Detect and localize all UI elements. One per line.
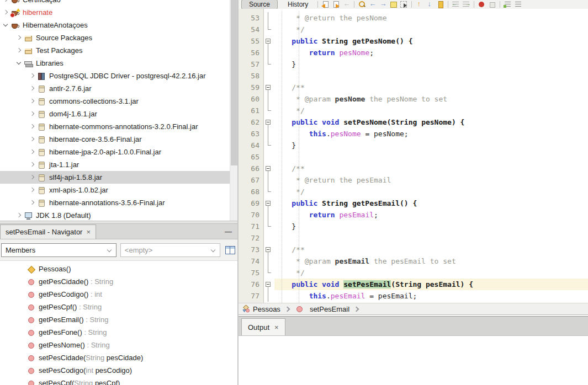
member-item[interactable]: Pessoas() [0, 263, 237, 275]
tree-item[interactable]: PostgreSQL JDBC Driver - postgresql-42.2… [0, 69, 230, 82]
toggle-highlight-icon[interactable] [389, 1, 398, 8]
chevron-right-icon[interactable] [29, 84, 37, 93]
tab-output[interactable]: Output × [241, 318, 285, 335]
code-line[interactable]: 64 } [239, 140, 588, 151]
code-line[interactable]: 63 this.pesNome = pesNome; [239, 128, 588, 140]
chevron-down-icon[interactable] [15, 59, 24, 67]
toggle-bookmark-icon[interactable] [436, 1, 445, 8]
fold-margin[interactable] [263, 151, 274, 163]
scope-dropdown[interactable]: <empty> [120, 243, 220, 257]
code-line[interactable]: 76 public void setPesEmail(String pesEma… [239, 279, 588, 290]
code-line[interactable]: 54 */ [239, 24, 588, 35]
fold-margin[interactable] [263, 12, 274, 24]
previous-bookmark-icon[interactable] [415, 1, 424, 8]
tree-item[interactable]: Libraries [0, 57, 230, 69]
code-line[interactable]: 59 /** [239, 82, 588, 93]
fold-margin[interactable] [263, 58, 274, 70]
select-in-icon[interactable] [399, 1, 409, 8]
projects-scrollbar-thumb[interactable] [231, 0, 237, 165]
member-item[interactable]: getPesNome() : String [0, 339, 237, 351]
code-line[interactable]: 72 [239, 232, 588, 244]
code-line[interactable]: 62 public void setPesNome(String pesNome… [239, 116, 588, 128]
fold-margin[interactable] [263, 290, 274, 302]
find-selection-icon[interactable] [357, 1, 367, 8]
fold-margin[interactable] [263, 209, 274, 221]
code-line[interactable]: 66 /** [239, 163, 588, 174]
tree-item[interactable]: Source Packages [0, 31, 230, 44]
stop-icon[interactable] [488, 1, 497, 8]
member-item[interactable]: setPesCpf(String pesCpf) [0, 377, 237, 385]
fold-margin[interactable] [263, 163, 274, 174]
fold-margin[interactable] [263, 24, 274, 35]
member-item[interactable]: getPesEmail() : String [0, 313, 237, 326]
fold-margin[interactable] [263, 128, 274, 140]
chevron-down-icon[interactable] [2, 21, 10, 29]
tree-item[interactable]: hibernate-annotations-3.5.6-Final.jar [0, 196, 230, 209]
chevron-right-icon[interactable] [29, 199, 37, 207]
fold-margin[interactable] [263, 82, 274, 93]
code-line[interactable]: 77 this.pesEmail = pesEmail; [239, 290, 588, 302]
chevron-right-icon[interactable] [29, 186, 37, 194]
fold-margin[interactable] [263, 93, 274, 105]
code-line[interactable]: 75 */ [239, 267, 588, 279]
code-line[interactable]: 68 */ [239, 186, 588, 197]
fold-collapse-icon[interactable] [266, 85, 271, 90]
tree-item[interactable]: hibernate [0, 6, 230, 19]
chevron-right-icon[interactable] [2, 0, 10, 4]
fold-margin[interactable] [263, 140, 274, 151]
fold-margin[interactable] [263, 267, 274, 279]
fold-margin[interactable] [263, 116, 274, 128]
code-line[interactable]: 70 return pesEmail; [239, 209, 588, 221]
tree-item[interactable]: jta-1.1.jar [0, 158, 230, 171]
fold-margin[interactable] [263, 279, 274, 290]
code-line[interactable]: 57 } [239, 58, 588, 70]
comment-icon[interactable] [503, 1, 512, 8]
fold-collapse-icon[interactable] [266, 282, 271, 287]
code-line[interactable]: 71 } [239, 221, 588, 232]
tree-item[interactable]: hibernate-core-3.5.6-Final.jar [0, 133, 230, 146]
find-next-icon[interactable] [378, 1, 388, 8]
fold-margin[interactable] [263, 105, 274, 116]
fold-margin[interactable] [263, 186, 274, 197]
chevron-right-icon[interactable] [29, 97, 37, 105]
tree-item[interactable]: JDK 1.8 (Default) [0, 209, 230, 221]
jump-next-edit-icon[interactable] [331, 1, 341, 8]
chevron-right-icon[interactable] [29, 122, 37, 131]
fold-collapse-icon[interactable] [266, 201, 271, 206]
code-line[interactable]: 74 * @param pesEmail the pesEmail to set [239, 255, 588, 267]
tree-item[interactable]: dom4j-1.6.1.jar [0, 108, 230, 120]
shift-right-icon[interactable] [462, 1, 471, 8]
member-item[interactable]: setPesCodigo(int pesCodigo) [0, 364, 237, 377]
chevron-right-icon[interactable] [29, 148, 37, 156]
next-bookmark-icon[interactable] [425, 1, 435, 8]
code-line[interactable]: 58 [239, 70, 588, 82]
fold-margin[interactable] [263, 255, 274, 267]
tree-item[interactable]: hibernate-commons-annotations-3.2.0.Fina… [0, 120, 230, 133]
tree-item[interactable]: xml-apis-1.0.b2.jar [0, 184, 230, 196]
fold-margin[interactable] [263, 70, 274, 82]
find-previous-icon[interactable] [368, 1, 377, 8]
chevron-right-icon[interactable] [15, 34, 24, 42]
chevron-right-icon[interactable] [29, 161, 37, 169]
output-content[interactable] [239, 336, 588, 385]
fold-margin[interactable] [263, 197, 274, 209]
code-line[interactable]: 60 * @param pesNome the pesNome to set [239, 93, 588, 105]
chevron-right-icon[interactable] [29, 110, 37, 118]
fold-collapse-icon[interactable] [266, 39, 271, 44]
code-line[interactable]: 56 return pesNome; [239, 47, 588, 58]
toggle-breakpoint-icon[interactable] [477, 1, 486, 8]
member-item[interactable]: getPesCodigo() : int [0, 288, 237, 301]
code-line[interactable]: 65 [239, 151, 588, 163]
jump-last-edit-icon[interactable] [321, 1, 330, 8]
code-line[interactable]: 73 /** [239, 244, 588, 255]
back-icon[interactable] [342, 1, 351, 8]
tree-item[interactable]: Test Packages [0, 44, 230, 57]
fold-margin[interactable] [263, 232, 274, 244]
fold-collapse-icon[interactable] [266, 166, 271, 171]
chevron-right-icon[interactable] [2, 8, 10, 17]
tab-history[interactable]: History [280, 0, 315, 9]
tree-item[interactable]: commons-collections-3.1.jar [0, 95, 230, 108]
close-icon[interactable]: × [274, 323, 279, 331]
members-filter-dropdown[interactable]: Members [1, 243, 116, 257]
fold-collapse-icon[interactable] [266, 247, 271, 252]
